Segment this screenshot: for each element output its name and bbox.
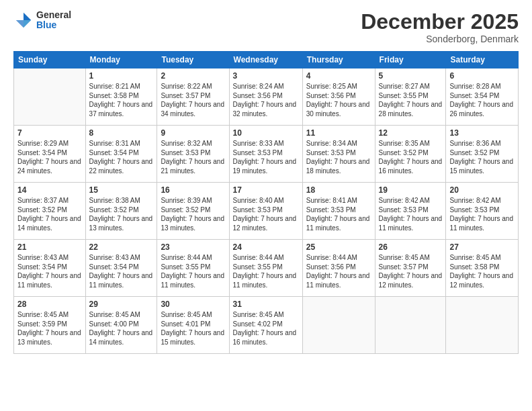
day-info: Sunrise: 8:43 AMSunset: 3:54 PMDaylight:… xyxy=(89,253,154,289)
day-cell-w5-d4: 31Sunrise: 8:45 AMSunset: 4:02 PMDayligh… xyxy=(229,297,302,354)
day-number: 21 xyxy=(17,242,82,252)
day-info: Sunrise: 8:40 AMSunset: 3:53 PMDaylight:… xyxy=(233,196,299,232)
day-info: Sunrise: 8:45 AMSunset: 4:00 PMDaylight:… xyxy=(89,310,154,347)
day-number: 17 xyxy=(233,185,299,195)
day-info: Sunrise: 8:25 AMSunset: 3:56 PMDaylight:… xyxy=(306,82,371,118)
day-cell-w2-d1: 7Sunrise: 8:29 AMSunset: 3:54 PMDaylight… xyxy=(14,126,86,183)
day-number: 19 xyxy=(379,185,443,195)
day-cell-w1-d1 xyxy=(14,68,86,126)
header-thursday: Thursday xyxy=(302,52,375,68)
day-info: Sunrise: 8:34 AMSunset: 3:53 PMDaylight:… xyxy=(306,139,371,175)
header: General Blue December 2025 Sonderborg, D… xyxy=(13,10,519,44)
day-info: Sunrise: 8:39 AMSunset: 3:52 PMDaylight:… xyxy=(161,196,225,232)
day-cell-w3-d5: 18Sunrise: 8:41 AMSunset: 3:53 PMDayligh… xyxy=(302,183,375,240)
day-number: 2 xyxy=(161,71,225,81)
week-row-2: 7Sunrise: 8:29 AMSunset: 3:54 PMDaylight… xyxy=(14,126,519,183)
day-number: 12 xyxy=(379,128,443,138)
day-number: 29 xyxy=(89,300,154,309)
day-info: Sunrise: 8:31 AMSunset: 3:54 PMDaylight:… xyxy=(89,139,154,175)
day-number: 8 xyxy=(89,128,154,138)
day-cell-w1-d2: 1Sunrise: 8:21 AMSunset: 3:58 PMDaylight… xyxy=(85,68,157,126)
day-cell-w3-d4: 17Sunrise: 8:40 AMSunset: 3:53 PMDayligh… xyxy=(229,183,302,240)
header-sunday: Sunday xyxy=(14,52,86,68)
day-info: Sunrise: 8:33 AMSunset: 3:53 PMDaylight:… xyxy=(233,139,299,175)
day-cell-w4-d1: 21Sunrise: 8:43 AMSunset: 3:54 PMDayligh… xyxy=(14,240,86,297)
day-number: 23 xyxy=(161,242,225,252)
day-number: 5 xyxy=(379,71,443,81)
day-cell-w5-d7 xyxy=(446,297,519,354)
day-info: Sunrise: 8:42 AMSunset: 3:53 PMDaylight:… xyxy=(449,196,515,232)
day-cell-w3-d6: 19Sunrise: 8:42 AMSunset: 3:53 PMDayligh… xyxy=(375,183,446,240)
day-info: Sunrise: 8:37 AMSunset: 3:52 PMDaylight:… xyxy=(17,196,82,232)
day-info: Sunrise: 8:42 AMSunset: 3:53 PMDaylight:… xyxy=(379,196,443,232)
day-info: Sunrise: 8:22 AMSunset: 3:57 PMDaylight:… xyxy=(161,82,225,118)
day-cell-w4-d7: 27Sunrise: 8:45 AMSunset: 3:58 PMDayligh… xyxy=(446,240,519,297)
day-cell-w5-d5 xyxy=(302,297,375,354)
day-info: Sunrise: 8:44 AMSunset: 3:56 PMDaylight:… xyxy=(306,253,371,289)
day-info: Sunrise: 8:35 AMSunset: 3:52 PMDaylight:… xyxy=(379,139,443,175)
logo-general-text: General xyxy=(36,10,71,20)
day-cell-w4-d3: 23Sunrise: 8:44 AMSunset: 3:55 PMDayligh… xyxy=(157,240,229,297)
day-info: Sunrise: 8:36 AMSunset: 3:52 PMDaylight:… xyxy=(449,139,515,175)
week-row-3: 14Sunrise: 8:37 AMSunset: 3:52 PMDayligh… xyxy=(14,183,519,240)
week-row-1: 1Sunrise: 8:21 AMSunset: 3:58 PMDaylight… xyxy=(14,68,519,126)
day-cell-w2-d7: 13Sunrise: 8:36 AMSunset: 3:52 PMDayligh… xyxy=(446,126,519,183)
day-info: Sunrise: 8:45 AMSunset: 4:02 PMDaylight:… xyxy=(233,310,299,347)
day-cell-w3-d3: 16Sunrise: 8:39 AMSunset: 3:52 PMDayligh… xyxy=(157,183,229,240)
day-info: Sunrise: 8:21 AMSunset: 3:58 PMDaylight:… xyxy=(89,82,154,118)
day-cell-w1-d5: 4Sunrise: 8:25 AMSunset: 3:56 PMDaylight… xyxy=(302,68,375,126)
day-info: Sunrise: 8:44 AMSunset: 3:55 PMDaylight:… xyxy=(233,253,299,289)
logo-icon xyxy=(13,10,34,30)
day-number: 14 xyxy=(17,185,82,195)
day-cell-w3-d2: 15Sunrise: 8:38 AMSunset: 3:52 PMDayligh… xyxy=(85,183,157,240)
day-number: 1 xyxy=(89,71,154,81)
day-number: 31 xyxy=(233,300,299,309)
day-info: Sunrise: 8:45 AMSunset: 3:59 PMDaylight:… xyxy=(17,310,82,347)
day-number: 30 xyxy=(161,300,225,309)
day-info: Sunrise: 8:27 AMSunset: 3:55 PMDaylight:… xyxy=(379,82,443,118)
day-number: 11 xyxy=(306,128,371,138)
day-number: 15 xyxy=(89,185,154,195)
day-number: 25 xyxy=(306,242,371,252)
day-info: Sunrise: 8:43 AMSunset: 3:54 PMDaylight:… xyxy=(17,253,82,289)
svg-marker-2 xyxy=(16,20,24,28)
day-cell-w1-d4: 3Sunrise: 8:24 AMSunset: 3:56 PMDaylight… xyxy=(229,68,302,126)
day-info: Sunrise: 8:24 AMSunset: 3:56 PMDaylight:… xyxy=(233,82,299,118)
logo: General Blue xyxy=(13,10,71,31)
svg-marker-0 xyxy=(24,13,31,20)
day-info: Sunrise: 8:41 AMSunset: 3:53 PMDaylight:… xyxy=(306,196,371,232)
page: General Blue December 2025 Sonderborg, D… xyxy=(0,0,532,411)
day-number: 26 xyxy=(379,242,443,252)
day-info: Sunrise: 8:44 AMSunset: 3:55 PMDaylight:… xyxy=(161,253,225,289)
day-number: 4 xyxy=(306,71,371,81)
day-number: 24 xyxy=(233,242,299,252)
calendar-table: Sunday Monday Tuesday Wednesday Thursday… xyxy=(13,51,519,354)
day-number: 6 xyxy=(449,71,515,81)
day-cell-w4-d4: 24Sunrise: 8:44 AMSunset: 3:55 PMDayligh… xyxy=(229,240,302,297)
day-number: 28 xyxy=(17,300,82,309)
day-info: Sunrise: 8:38 AMSunset: 3:52 PMDaylight:… xyxy=(89,196,154,232)
day-number: 9 xyxy=(161,128,225,138)
day-cell-w2-d5: 11Sunrise: 8:34 AMSunset: 3:53 PMDayligh… xyxy=(302,126,375,183)
day-cell-w2-d3: 9Sunrise: 8:32 AMSunset: 3:53 PMDaylight… xyxy=(157,126,229,183)
day-number: 7 xyxy=(17,128,82,138)
logo-text: General Blue xyxy=(36,10,71,31)
day-cell-w2-d2: 8Sunrise: 8:31 AMSunset: 3:54 PMDaylight… xyxy=(85,126,157,183)
day-cell-w5-d3: 30Sunrise: 8:45 AMSunset: 4:01 PMDayligh… xyxy=(157,297,229,354)
day-info: Sunrise: 8:29 AMSunset: 3:54 PMDaylight:… xyxy=(17,139,82,175)
day-cell-w3-d7: 20Sunrise: 8:42 AMSunset: 3:53 PMDayligh… xyxy=(446,183,519,240)
day-cell-w4-d5: 25Sunrise: 8:44 AMSunset: 3:56 PMDayligh… xyxy=(302,240,375,297)
location-text: Sonderborg, Denmark xyxy=(361,34,519,44)
header-monday: Monday xyxy=(85,52,157,68)
header-wednesday: Wednesday xyxy=(229,52,302,68)
day-number: 20 xyxy=(449,185,515,195)
day-cell-w4-d6: 26Sunrise: 8:45 AMSunset: 3:57 PMDayligh… xyxy=(375,240,446,297)
week-row-4: 21Sunrise: 8:43 AMSunset: 3:54 PMDayligh… xyxy=(14,240,519,297)
day-number: 16 xyxy=(161,185,225,195)
day-info: Sunrise: 8:45 AMSunset: 3:58 PMDaylight:… xyxy=(449,253,515,289)
day-number: 22 xyxy=(89,242,154,252)
day-number: 27 xyxy=(449,242,515,252)
day-info: Sunrise: 8:32 AMSunset: 3:53 PMDaylight:… xyxy=(161,139,225,175)
day-number: 3 xyxy=(233,71,299,81)
day-number: 13 xyxy=(449,128,515,138)
